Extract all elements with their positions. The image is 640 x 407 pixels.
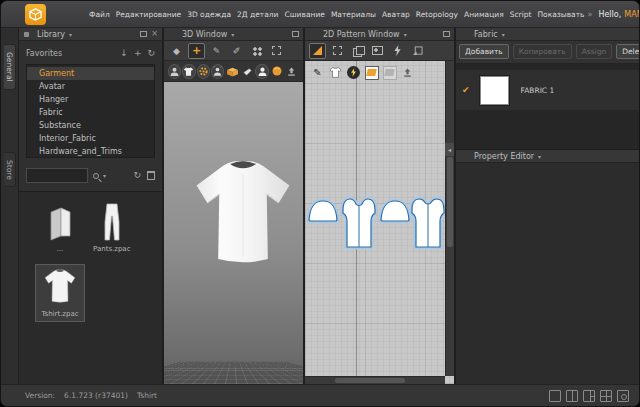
menu-materials[interactable]: Материалы <box>328 10 379 19</box>
rail-tab-general[interactable]: General <box>4 44 16 90</box>
menu-animation[interactable]: Анимация <box>461 10 507 19</box>
app-logo-icon <box>25 4 46 25</box>
vertical-scrollbar[interactable] <box>445 61 454 376</box>
refresh-browser-icon[interactable]: ↻ <box>133 171 141 180</box>
avatar-silhouette-icon[interactable] <box>255 64 268 79</box>
library-item-interior-fabric[interactable]: Interior_Fabric <box>27 132 154 145</box>
library-item-substance[interactable]: Substance <box>27 119 154 132</box>
garment-display-icon[interactable] <box>182 64 195 79</box>
avatar-pose-icon[interactable] <box>168 64 181 79</box>
floor-grid <box>164 344 303 384</box>
fabric-panel-header[interactable]: Fabric <box>456 28 640 41</box>
float-panel-icon[interactable] <box>140 31 147 37</box>
chevron-down-icon[interactable] <box>502 31 505 38</box>
dock-pin-icon[interactable] <box>24 32 29 37</box>
chevron-down-icon[interactable] <box>231 31 234 38</box>
checkmark-icon[interactable] <box>462 85 470 95</box>
transform-pattern-tool-selected[interactable] <box>309 43 326 59</box>
viewport-2d-canvas[interactable]: ✎ ◂ <box>305 61 454 384</box>
menu-sewing[interactable]: Сшивание <box>282 10 328 19</box>
move-tool-selected[interactable]: + <box>188 43 205 59</box>
search-input[interactable] <box>26 168 88 183</box>
viewport-2d-header[interactable]: 2D Pattern Window <box>305 28 454 41</box>
library-item-fabric[interactable]: Fabric <box>27 106 154 119</box>
box-select-2d-icon[interactable] <box>329 43 346 59</box>
fabric-swatch[interactable] <box>480 76 509 105</box>
gizmo-tool-icon[interactable] <box>248 43 265 59</box>
search-icon[interactable] <box>93 173 99 179</box>
file-folder-up[interactable]: ... <box>45 206 75 253</box>
chevron-down-icon[interactable] <box>69 31 72 38</box>
pin-ball-icon[interactable] <box>270 64 284 79</box>
edit-curve-tool-icon[interactable]: ✐ <box>228 43 245 59</box>
username-link[interactable]: MANSORY <box>624 10 640 19</box>
library-item-garment[interactable]: Garment <box>27 67 154 80</box>
close-panel-icon[interactable] <box>151 31 158 37</box>
chevron-down-icon[interactable] <box>404 31 407 38</box>
viewport-3d-header[interactable]: 3D Window <box>164 28 303 41</box>
garment-preview-icon[interactable] <box>328 65 343 80</box>
file-pants[interactable]: Pants.zpac <box>93 202 131 253</box>
gem-render-icon[interactable]: ◆ <box>168 43 185 59</box>
box-select-tool-icon[interactable] <box>268 43 285 59</box>
library-item-hardware-and-trims[interactable]: Hardware_and_Trims <box>27 145 154 158</box>
edit-pattern-tool-icon[interactable]: ✎ <box>208 43 225 59</box>
pattern-sleeve-right[interactable] <box>381 201 409 221</box>
refresh-icon[interactable]: ↻ <box>147 49 155 58</box>
fabric-row[interactable]: FABRIC 1 <box>456 70 640 110</box>
float-panel-icon[interactable] <box>292 31 299 37</box>
menu-display[interactable]: Показывать <box>534 10 587 19</box>
delete-icon[interactable] <box>147 171 155 180</box>
file-tshirt-selected[interactable]: Tshirt.zpac <box>35 264 85 322</box>
horizontal-scrollbar[interactable] <box>305 376 445 384</box>
edit-stitch-icon[interactable]: ✎ <box>310 65 325 80</box>
layout-camera-icon[interactable] <box>617 390 629 402</box>
layout-single-icon[interactable] <box>549 390 561 402</box>
import-pattern-icon[interactable] <box>400 65 415 80</box>
scrollbar-thumb[interactable] <box>447 157 453 247</box>
search-options-caret-icon[interactable] <box>103 172 106 179</box>
menu-2d-pattern[interactable]: 2Д детали <box>234 10 281 19</box>
library-item-hanger[interactable]: Hanger <box>27 93 154 106</box>
layout-split-icon[interactable] <box>566 390 578 402</box>
add-fabric-button[interactable]: Добавить <box>459 44 509 59</box>
pattern-body-back[interactable] <box>412 199 444 247</box>
layout-sidebar-icon[interactable] <box>583 390 595 402</box>
lightning-icon[interactable] <box>389 43 406 59</box>
download-icon[interactable]: ↓ <box>120 49 128 58</box>
library-panel-header[interactable]: Library <box>19 28 162 41</box>
library-title: Library <box>23 30 65 39</box>
scrollbar-thumb[interactable] <box>335 378 405 383</box>
pattern-sleeve-left[interactable] <box>309 201 337 221</box>
menu-retopology[interactable]: Retopology <box>413 10 461 19</box>
property-editor-header[interactable]: Property Editor <box>456 150 640 163</box>
garment-3d-tshirt[interactable] <box>189 158 297 278</box>
cloth-small-icon[interactable] <box>241 64 254 79</box>
layout-quad-icon[interactable] <box>600 390 612 402</box>
avatar-display-icon[interactable] <box>211 64 224 79</box>
fabric-view-selected-icon[interactable] <box>364 65 379 80</box>
collapse-chevron-icon[interactable] <box>588 10 593 19</box>
viewport-3d-canvas[interactable] <box>164 82 303 384</box>
add-favorite-icon[interactable]: + <box>134 49 142 58</box>
rail-tab-store[interactable]: Store <box>4 152 16 188</box>
menu-3d-garment[interactable]: 3D одежда <box>184 10 234 19</box>
simulate-icon[interactable] <box>197 64 210 79</box>
fabric-folded-icon[interactable] <box>225 64 240 79</box>
panel-collapse-arrow[interactable]: ◂ <box>445 143 454 156</box>
delete-unused-button[interactable]: Delete Unused <box>616 44 640 59</box>
texture-image-icon[interactable] <box>369 43 386 59</box>
chevron-down-icon[interactable] <box>538 153 541 160</box>
library-item-avatar[interactable]: Avatar <box>27 80 154 93</box>
pattern-body-front[interactable] <box>343 199 375 247</box>
pattern-stack-icon[interactable] <box>349 43 366 59</box>
flash-badge-icon[interactable] <box>346 65 361 80</box>
show-hide-icon[interactable] <box>285 64 298 79</box>
menu-edit[interactable]: Редактирование <box>113 10 184 19</box>
menu-script[interactable]: Script <box>507 10 535 19</box>
menu-avatar[interactable]: Аватар <box>379 10 413 19</box>
menu-file[interactable]: Файл <box>86 10 113 19</box>
pattern-pieces[interactable] <box>305 61 454 384</box>
paste-pattern-icon[interactable] <box>409 43 426 59</box>
float-panel-icon[interactable] <box>443 31 450 37</box>
